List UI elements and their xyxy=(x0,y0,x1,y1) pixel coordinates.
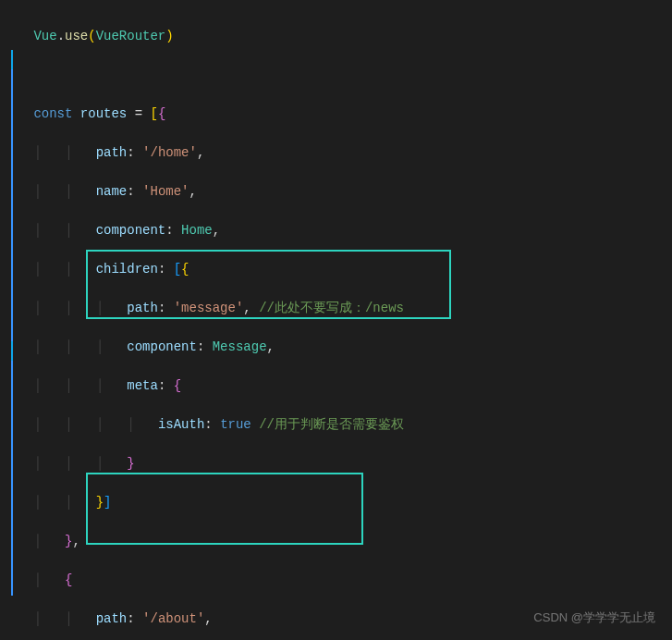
code-line: │ }, xyxy=(18,532,672,551)
code-content[interactable]: Vue.use(VueRouter) const routes = [{ │ │… xyxy=(18,0,672,640)
code-line: │ │ │ meta: { xyxy=(18,376,672,396)
code-line: │ │ children: [{ xyxy=(18,260,672,279)
code-line: │ │ }] xyxy=(18,493,672,512)
editor-gutter xyxy=(0,0,18,640)
code-line: │ │ component: Home, xyxy=(18,221,672,240)
watermark: CSDN @学学学无止境 xyxy=(533,609,655,626)
code-editor: Vue.use(VueRouter) const routes = [{ │ │… xyxy=(0,0,672,640)
code-line: │ │ │ } xyxy=(18,454,672,474)
code-line: const routes = [{ xyxy=(18,105,672,124)
code-line: Vue.use(VueRouter) xyxy=(18,27,672,46)
code-line: │ │ │ │ isAuth: true //用于判断是否需要鉴权 xyxy=(18,415,672,435)
code-line: │ │ name: 'Home', xyxy=(18,182,672,202)
code-line: │ │ │ component: Message, xyxy=(18,338,672,357)
fold-indicator xyxy=(11,69,13,341)
code-line xyxy=(18,66,672,85)
code-line: │ { xyxy=(18,571,672,590)
code-line: │ │ │ path: 'message', //此处不要写成：/news xyxy=(18,299,672,318)
fold-indicator xyxy=(11,361,13,596)
code-line: │ │ path: '/home', xyxy=(18,143,672,163)
